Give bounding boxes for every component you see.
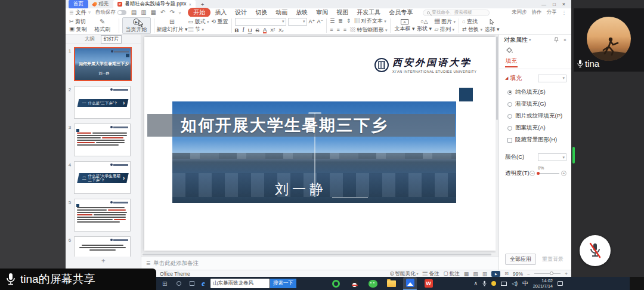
cloud-sync-status[interactable]: 未同步 — [512, 9, 527, 16]
fill-tab[interactable]: 填充 — [505, 55, 518, 67]
comments-toggle[interactable]: ▢ 批注 — [443, 270, 459, 277]
transparency-slider[interactable]: − 0% + — [530, 171, 566, 176]
slider-track[interactable] — [537, 173, 559, 174]
theme-name[interactable]: Office Theme — [160, 271, 190, 277]
reset-button[interactable]: ⟲ 重置 — [212, 18, 228, 26]
slider-thumb[interactable] — [537, 172, 540, 175]
new-slide-button[interactable]: ⊞ 新建幻灯片 ▾ — [157, 17, 187, 34]
more-commands-icon[interactable]: ▿ — [179, 11, 181, 15]
undo-icon[interactable]: ↶ — [160, 10, 165, 16]
slideshow-play-button[interactable]: ▶ — [491, 271, 500, 277]
university-logo[interactable]: 西安外国语大学 XI'AN INTERNATIONAL STUDIES UNIV… — [374, 57, 477, 73]
shapes-button[interactable]: ○△ 形状 ▾ — [415, 17, 433, 34]
wechat-icon[interactable] — [366, 277, 380, 290]
print-preview-icon[interactable]: ▦ — [151, 10, 156, 16]
apply-all-button[interactable]: 全部应用 — [505, 254, 536, 265]
fill-option-pattern[interactable]: 图案填充(A) — [507, 124, 571, 132]
line-spacing-icon[interactable]: ⇕ — [346, 18, 351, 24]
fill-section-arrow-icon[interactable]: ◢ — [505, 76, 508, 81]
save-icon[interactable]: ▤ — [131, 10, 137, 16]
menu-item-review[interactable]: 审阅 — [312, 8, 332, 17]
tab-docer[interactable]: 稻壳 — [93, 1, 109, 8]
menu-item-design[interactable]: 设计 — [231, 8, 251, 17]
menu-item-devtools[interactable]: 开发工具 — [352, 8, 385, 17]
tray-display-icon[interactable] — [501, 282, 507, 286]
zoom-in-icon[interactable]: + — [565, 271, 568, 277]
tray-volume-icon[interactable]: ◁) — [512, 281, 518, 286]
slide-sorter-view-icon[interactable]: ▧ — [473, 271, 478, 277]
browser-360-icon[interactable] — [329, 277, 343, 290]
tab-slides[interactable]: 幻灯片 — [101, 35, 122, 44]
menu-item-membership[interactable]: 会员专享 — [385, 8, 417, 17]
tray-expand-icon[interactable]: ∧ — [474, 281, 478, 286]
print-icon[interactable]: ▥ — [141, 10, 146, 16]
subscript-button[interactable]: X₂ — [278, 27, 283, 33]
slide-thumbnail-4[interactable]: 二 什么是“大学生暑期三下乡”？ › — [74, 161, 131, 194]
tray-ime-indicator[interactable]: 中 — [522, 280, 528, 288]
bold-button[interactable]: B — [235, 27, 239, 33]
fill-option-texture[interactable]: 图片或纹理填充(P) — [507, 112, 571, 120]
transparency-increase-icon[interactable]: + — [561, 171, 566, 176]
reset-background-button[interactable]: 重置背景 — [540, 254, 566, 264]
underline-button[interactable]: U — [248, 27, 252, 33]
search-go-button[interactable]: 搜索一下 — [270, 279, 296, 288]
italic-button[interactable]: I — [242, 27, 244, 33]
command-search-box[interactable]: 查找命令、搜索模板 — [423, 10, 490, 16]
fill-option-gradient[interactable]: 渐变填充(G) — [507, 100, 571, 108]
task-view-icon[interactable] — [190, 281, 194, 286]
share-button[interactable]: 分享 — [547, 9, 557, 16]
pin-panel-icon[interactable] — [554, 37, 559, 43]
slide-thumbnail-6[interactable] — [74, 236, 131, 257]
slide-thumbnail-1[interactable]: 如何开展大学生暑期三下乡 刘一静 — [74, 47, 132, 81]
menu-item-slideshow[interactable]: 放映 — [292, 8, 312, 17]
tray-microphone-icon[interactable] — [482, 280, 487, 286]
decrease-font-button[interactable]: A⁻ — [317, 18, 323, 24]
layout-button[interactable]: ▭ 版式 ▾ — [188, 18, 209, 26]
hide-background-checkbox[interactable]: 隐藏背景图形(H) — [507, 136, 571, 144]
fill-option-solid[interactable]: 纯色填充(S) — [507, 88, 571, 96]
font-color-button[interactable]: A — [263, 27, 267, 33]
align-center-icon[interactable]: ≡ — [336, 27, 339, 33]
autosave-toggle[interactable]: 自动保存 — [95, 9, 126, 16]
color-select[interactable]: ▾ — [538, 153, 566, 161]
properties-title-dropdown-icon[interactable]: ▾ — [529, 38, 531, 42]
text-box-button[interactable]: A 文本框 ▾ — [394, 17, 415, 34]
tray-security-icon[interactable] — [491, 281, 496, 286]
select-button[interactable]: 选择 ▾ — [482, 17, 501, 34]
normal-view-icon[interactable]: ▦ — [464, 271, 469, 277]
unmute-button[interactable] — [580, 235, 611, 266]
redo-icon[interactable]: ↷ — [169, 10, 174, 16]
arrange-button[interactable]: ▱ 排列 ▾ — [434, 26, 454, 33]
align-text-button[interactable]: ▥ 对齐文本 ▾ — [354, 17, 386, 25]
tray-clock[interactable]: 14:02 2021/7/14 — [533, 278, 553, 289]
webcam-video-tile[interactable]: tina — [574, 8, 644, 72]
play-from-current-button[interactable]: ▶ 当页开始 — [122, 17, 151, 34]
zoom-slider[interactable] — [534, 273, 561, 274]
wps-icon[interactable]: W — [422, 277, 435, 290]
reading-view-icon[interactable]: ▥ — [482, 271, 488, 277]
align-right-icon[interactable]: ≡ — [343, 27, 346, 33]
tab-close-icon[interactable]: × — [188, 2, 191, 7]
fit-slide-icon[interactable]: ⊡ — [504, 271, 509, 276]
new-tab-button[interactable]: ＋ — [200, 1, 205, 8]
start-button-icon[interactable]: ⊞ — [162, 280, 167, 287]
slide-author[interactable]: 刘一静 — [275, 180, 327, 199]
font-size-select[interactable]: ▾ — [288, 18, 307, 26]
bullet-list-icon[interactable]: ☰ — [330, 18, 335, 24]
cut-button[interactable]: ✂ 剪切 — [69, 18, 86, 26]
numbered-list-icon[interactable]: ≣ — [338, 18, 343, 24]
file-explorer-icon[interactable] — [385, 277, 398, 290]
slide-thumbnail-5[interactable] — [74, 199, 131, 232]
title-band[interactable]: 如何开展大学生暑期三下乡 — [147, 114, 455, 137]
tab-home[interactable]: 首页 — [69, 0, 88, 8]
smart-graphic-button[interactable]: ▧ 转智能图形 ▾ — [350, 26, 388, 34]
picture-button[interactable]: ▦ 图片 ▾ — [434, 18, 456, 26]
ie-browser-icon[interactable]: e — [202, 279, 205, 288]
decorative-navy-square[interactable] — [459, 88, 473, 101]
collaborate-button[interactable]: 协作 — [532, 9, 542, 16]
zoom-slider-thumb[interactable] — [550, 272, 553, 275]
increase-font-button[interactable]: A⁺ — [309, 18, 315, 24]
zoom-level[interactable]: 99% — [513, 271, 523, 277]
tab-outline[interactable]: 大纲 — [85, 36, 95, 43]
autosave-switch[interactable] — [117, 10, 126, 15]
